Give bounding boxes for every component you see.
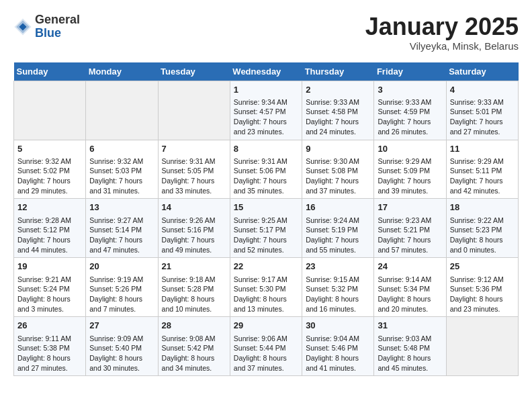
day-number: 7 <box>162 143 226 155</box>
cell-content: Daylight: 8 hours and 3 minutes. <box>17 294 82 314</box>
calendar-cell: 18Sunrise: 9:22 AMSunset: 5:23 PMDayligh… <box>446 199 518 258</box>
cell-content: Sunset: 5:40 PM <box>89 343 154 353</box>
calendar-week-row: 1Sunrise: 9:34 AMSunset: 4:57 PMDaylight… <box>14 81 519 140</box>
cell-content: Sunset: 5:11 PM <box>450 166 515 176</box>
cell-content: Sunrise: 9:32 AM <box>17 156 82 167</box>
cell-content: Sunset: 5:28 PM <box>162 284 226 294</box>
cell-content: Daylight: 8 hours and 16 minutes. <box>306 294 370 314</box>
cell-content: Daylight: 8 hours and 37 minutes. <box>234 353 298 373</box>
cell-content: Daylight: 8 hours and 0 minutes. <box>450 235 515 255</box>
cell-content: Sunrise: 9:33 AM <box>450 97 515 107</box>
cell-content: Daylight: 7 hours and 47 minutes. <box>89 235 154 255</box>
cell-content: Daylight: 8 hours and 20 minutes. <box>378 294 442 314</box>
day-of-week-header: Wednesday <box>230 62 302 81</box>
calendar-table: SundayMondayTuesdayWednesdayThursdayFrid… <box>13 62 519 377</box>
day-number: 3 <box>378 84 442 96</box>
calendar-cell: 15Sunrise: 9:25 AMSunset: 5:17 PMDayligh… <box>230 199 302 258</box>
cell-content: Sunset: 4:57 PM <box>234 107 298 117</box>
cell-content: Sunset: 5:36 PM <box>450 284 515 294</box>
cell-content: Sunrise: 9:28 AM <box>17 216 82 226</box>
cell-content: Sunset: 5:14 PM <box>89 225 154 235</box>
day-number: 9 <box>306 143 370 155</box>
cell-content: Daylight: 8 hours and 7 minutes. <box>89 294 154 314</box>
cell-content: Sunrise: 9:32 AM <box>89 156 154 167</box>
header-row: SundayMondayTuesdayWednesdayThursdayFrid… <box>14 62 519 81</box>
day-of-week-header: Sunday <box>14 62 86 81</box>
day-number: 25 <box>450 261 515 273</box>
cell-content: Sunset: 5:19 PM <box>306 225 370 235</box>
day-number: 20 <box>89 261 154 273</box>
cell-content: Daylight: 7 hours and 26 minutes. <box>378 117 442 136</box>
cell-content: Daylight: 7 hours and 39 minutes. <box>378 176 442 195</box>
calendar-cell: 27Sunrise: 9:09 AMSunset: 5:40 PMDayligh… <box>86 317 158 376</box>
day-number: 4 <box>450 84 515 96</box>
cell-content: Sunrise: 9:25 AM <box>234 216 298 226</box>
calendar-cell <box>158 81 230 140</box>
cell-content: Sunrise: 9:33 AM <box>378 97 442 107</box>
logo-text: General Blue <box>35 13 80 40</box>
cell-content: Sunset: 5:02 PM <box>17 166 82 176</box>
calendar-cell: 30Sunrise: 9:04 AMSunset: 5:46 PMDayligh… <box>302 317 374 376</box>
page-header: General Blue January 2025 Vilyeyka, Mins… <box>13 13 519 52</box>
day-number: 23 <box>306 261 370 273</box>
cell-content: Sunrise: 9:27 AM <box>89 216 154 226</box>
cell-content: Sunset: 5:44 PM <box>234 343 298 353</box>
cell-content: Sunrise: 9:15 AM <box>306 275 370 285</box>
calendar-cell: 29Sunrise: 9:06 AMSunset: 5:44 PMDayligh… <box>230 317 302 376</box>
cell-content: Sunrise: 9:31 AM <box>162 156 226 167</box>
day-number: 2 <box>306 84 370 96</box>
cell-content: Sunrise: 9:08 AM <box>162 334 226 344</box>
cell-content: Sunset: 4:58 PM <box>306 107 370 117</box>
cell-content: Daylight: 7 hours and 33 minutes. <box>162 176 226 195</box>
calendar-cell: 26Sunrise: 9:11 AMSunset: 5:38 PMDayligh… <box>14 317 86 376</box>
cell-content: Sunrise: 9:19 AM <box>89 275 154 285</box>
cell-content: Daylight: 7 hours and 57 minutes. <box>378 235 442 255</box>
cell-content: Daylight: 7 hours and 31 minutes. <box>89 176 154 195</box>
cell-content: Sunset: 5:12 PM <box>17 225 82 235</box>
cell-content: Sunset: 5:23 PM <box>450 225 515 235</box>
cell-content: Sunset: 5:16 PM <box>162 225 226 235</box>
day-number: 31 <box>378 320 442 332</box>
cell-content: Sunset: 5:09 PM <box>378 166 442 176</box>
calendar-cell: 19Sunrise: 9:21 AMSunset: 5:24 PMDayligh… <box>14 258 86 317</box>
cell-content: Daylight: 8 hours and 27 minutes. <box>17 353 82 373</box>
calendar-week-row: 5Sunrise: 9:32 AMSunset: 5:02 PMDaylight… <box>14 140 519 199</box>
cell-content: Sunset: 5:21 PM <box>378 225 442 235</box>
cell-content: Sunrise: 9:22 AM <box>450 216 515 226</box>
cell-content: Sunrise: 9:09 AM <box>89 334 154 344</box>
calendar-cell: 11Sunrise: 9:29 AMSunset: 5:11 PMDayligh… <box>446 140 518 199</box>
calendar-cell: 16Sunrise: 9:24 AMSunset: 5:19 PMDayligh… <box>302 199 374 258</box>
calendar-cell: 14Sunrise: 9:26 AMSunset: 5:16 PMDayligh… <box>158 199 230 258</box>
cell-content: Sunset: 4:59 PM <box>378 107 442 117</box>
calendar-cell: 9Sunrise: 9:30 AMSunset: 5:08 PMDaylight… <box>302 140 374 199</box>
calendar-cell: 24Sunrise: 9:14 AMSunset: 5:34 PMDayligh… <box>374 258 446 317</box>
cell-content: Daylight: 7 hours and 49 minutes. <box>162 235 226 255</box>
calendar-subtitle: Vilyeyka, Minsk, Belarus <box>365 40 519 52</box>
day-number: 19 <box>17 261 82 273</box>
cell-content: Sunset: 5:32 PM <box>306 284 370 294</box>
cell-content: Daylight: 7 hours and 29 minutes. <box>17 176 82 195</box>
calendar-cell: 20Sunrise: 9:19 AMSunset: 5:26 PMDayligh… <box>86 258 158 317</box>
calendar-cell: 25Sunrise: 9:12 AMSunset: 5:36 PMDayligh… <box>446 258 518 317</box>
cell-content: Sunset: 5:34 PM <box>378 284 442 294</box>
calendar-cell: 7Sunrise: 9:31 AMSunset: 5:05 PMDaylight… <box>158 140 230 199</box>
calendar-cell: 13Sunrise: 9:27 AMSunset: 5:14 PMDayligh… <box>86 199 158 258</box>
cell-content: Sunrise: 9:24 AM <box>306 216 370 226</box>
day-of-week-header: Tuesday <box>158 62 230 81</box>
cell-content: Daylight: 7 hours and 37 minutes. <box>306 176 370 195</box>
cell-content: Daylight: 8 hours and 45 minutes. <box>378 353 442 373</box>
cell-content: Sunrise: 9:33 AM <box>306 97 370 107</box>
calendar-body: 1Sunrise: 9:34 AMSunset: 4:57 PMDaylight… <box>14 81 519 376</box>
day-number: 30 <box>306 320 370 332</box>
day-number: 17 <box>378 201 442 214</box>
calendar-cell: 4Sunrise: 9:33 AMSunset: 5:01 PMDaylight… <box>446 81 518 140</box>
calendar-cell: 1Sunrise: 9:34 AMSunset: 4:57 PMDaylight… <box>230 81 302 140</box>
cell-content: Daylight: 7 hours and 35 minutes. <box>234 176 298 195</box>
cell-content: Daylight: 8 hours and 10 minutes. <box>162 294 226 314</box>
cell-content: Sunrise: 9:21 AM <box>17 275 82 285</box>
day-number: 28 <box>162 320 226 332</box>
cell-content: Sunrise: 9:18 AM <box>162 275 226 285</box>
cell-content: Sunset: 5:24 PM <box>17 284 82 294</box>
logo-icon <box>13 17 32 36</box>
day-of-week-header: Friday <box>374 62 446 81</box>
